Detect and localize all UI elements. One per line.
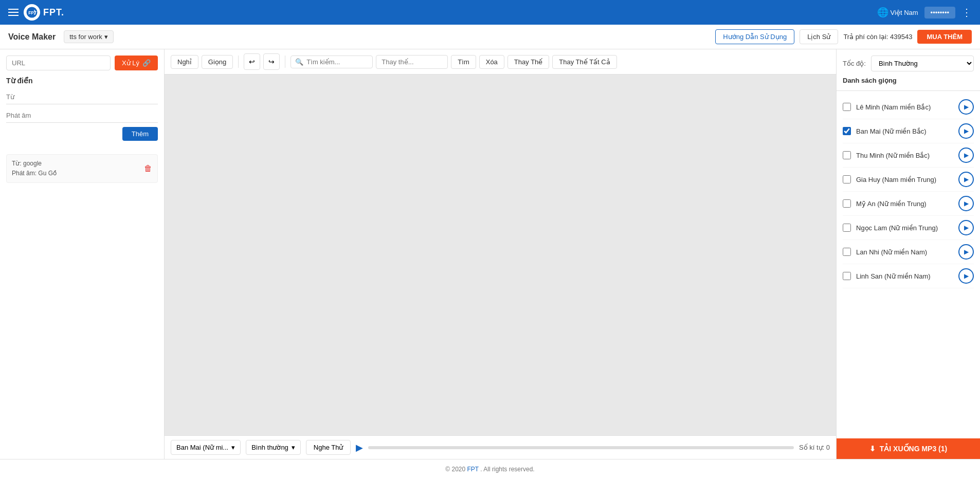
char-count: Số kí tự: 0 [799, 444, 830, 451]
nghi-button[interactable]: Nghỉ [171, 55, 198, 69]
xoa-button[interactable]: Xóa [479, 55, 504, 69]
footer: © 2020 FPT . All rights reserved. [0, 459, 980, 479]
redo-icon: ↪ [268, 58, 275, 66]
voice-checkbox[interactable] [843, 103, 851, 111]
text-area[interactable] [165, 75, 836, 435]
play-voice-button[interactable]: ▶ [958, 220, 974, 235]
thay-the-tat-ca-button[interactable]: Thay Thế Tất Cả [552, 55, 616, 69]
play-voice-button[interactable]: ▶ [958, 244, 974, 260]
speed-label: Bình thường [251, 444, 288, 451]
header: FPT FPT. 🌐 Việt Nam •••••••• ⋮ [0, 0, 980, 25]
logo-text: FPT. [43, 7, 64, 18]
voice-item: Ngọc Lam (Nữ miền Trung)▶ [843, 216, 974, 240]
url-row: Xử Lý 🔗 [6, 56, 158, 70]
search-input[interactable] [306, 58, 368, 66]
char-count-label: Số kí tự: [799, 444, 824, 451]
user-button[interactable]: •••••••• [924, 7, 955, 19]
voice-item: Linh San (Nữ miền Nam)▶ [843, 264, 974, 288]
progress-bar [368, 446, 793, 449]
chevron-down-icon: ▾ [104, 33, 108, 41]
play-voice-button[interactable]: ▶ [958, 148, 974, 163]
download-icon: ⬇ [869, 445, 876, 453]
sub-header: Voice Maker tts for work ▾ Hướng Dẫn Sử … [0, 25, 980, 49]
voice-list: Lê Minh (Nam miền Bắc)▶Ban Mai (Nữ miền … [837, 91, 980, 438]
search-container: 🔍 [291, 56, 373, 68]
play-voice-button[interactable]: ▶ [958, 196, 974, 211]
play-icon[interactable]: ▶ [356, 442, 363, 453]
voice-name: Linh San (Nữ miền Nam) [856, 272, 953, 280]
play-voice-button[interactable]: ▶ [958, 172, 974, 187]
voice-item: Lê Minh (Nam miền Bắc)▶ [843, 95, 974, 119]
voice-name: Ban Mai (Nữ miền Bắc) [856, 127, 953, 135]
replace-input[interactable] [376, 55, 448, 69]
left-sidebar: Xử Lý 🔗 Từ điển Thêm Từ: google Phát âm:… [0, 49, 165, 459]
voice-name: Thu Minh (Nữ miền Bắc) [856, 152, 953, 159]
play-voice-button[interactable]: ▶ [958, 268, 974, 284]
delete-button[interactable]: 🗑 [144, 164, 152, 173]
phat-am-input[interactable] [6, 108, 158, 123]
logo-icon: FPT [24, 4, 40, 21]
thay-the-button[interactable]: Thay Thế [507, 55, 549, 69]
toc-do-select[interactable]: Bình Thường Chậm Nhanh [871, 56, 974, 71]
danh-sach-label: Danh sách giọng [843, 77, 897, 84]
voice-name: Gia Huy (Nam miền Trung) [856, 176, 953, 183]
more-icon[interactable]: ⋮ [961, 6, 972, 19]
divider-1 [238, 56, 239, 68]
app-title: Voice Maker [8, 32, 56, 42]
nghe-thu-label: Nghe Thử [314, 444, 343, 451]
voice-name: Lan Nhi (Nữ miền Nam) [856, 248, 953, 256]
xu-ly-button[interactable]: Xử Lý 🔗 [115, 56, 158, 70]
redo-button[interactable]: ↪ [263, 53, 280, 70]
voice-name: Mỹ An (Nữ miền Trung) [856, 200, 953, 208]
voice-item: Thu Minh (Nữ miền Bắc)▶ [843, 143, 974, 168]
voice-checkbox[interactable] [843, 127, 851, 135]
speed-select[interactable]: Bình thường ▾ [246, 440, 301, 455]
chevron-down-icon: ▾ [292, 444, 295, 451]
giong-button[interactable]: Giọng [202, 55, 233, 69]
mua-them-button[interactable]: MUA THÊM [917, 30, 972, 44]
voice-checkbox[interactable] [843, 151, 851, 159]
dict-tu: Từ: google [12, 159, 57, 169]
right-sidebar: Tốc độ: Bình Thường Chậm Nhanh Danh sách… [836, 49, 980, 459]
url-input[interactable] [6, 56, 111, 70]
footer-text: © 2020 [445, 466, 465, 473]
footer-link[interactable]: FPT [467, 466, 479, 473]
huong-dan-button[interactable]: Hướng Dẫn Sử Dụng [715, 29, 794, 44]
tra-phi-label: Trả phí còn lại: 439543 [843, 33, 912, 41]
bottom-bar: Ban Mai (Nữ mi... ▾ Bình thường ▾ Nghe T… [165, 435, 836, 459]
workspace-dropdown[interactable]: tts for work ▾ [64, 30, 114, 43]
undo-button[interactable]: ↩ [244, 53, 260, 70]
voice-select[interactable]: Ban Mai (Nữ mi... ▾ [171, 440, 241, 455]
voice-item: Gia Huy (Nam miền Trung)▶ [843, 168, 974, 192]
main-content: Xử Lý 🔗 Từ điển Thêm Từ: google Phát âm:… [0, 49, 980, 459]
voice-name: Ngọc Lam (Nữ miền Trung) [856, 224, 953, 232]
country-label: Việt Nam [891, 9, 918, 16]
hamburger-icon[interactable] [8, 9, 19, 16]
voice-checkbox[interactable] [843, 199, 851, 208]
voice-item: Mỹ An (Nữ miền Trung)▶ [843, 192, 974, 216]
dict-entry-text: Từ: google Phát âm: Gu Gồ [12, 159, 57, 178]
voice-item: Lan Nhi (Nữ miền Nam)▶ [843, 240, 974, 264]
voice-checkbox[interactable] [843, 248, 851, 256]
header-right: 🌐 Việt Nam •••••••• ⋮ [877, 6, 972, 19]
lich-su-button[interactable]: Lịch Sử [800, 29, 838, 44]
toc-do-label: Tốc độ: [843, 60, 866, 67]
them-button[interactable]: Thêm [122, 127, 158, 141]
country-button[interactable]: 🌐 Việt Nam [877, 7, 918, 18]
tai-xuong-button[interactable]: ⬇ TẢI XUỐNG MP3 (1) [837, 438, 980, 459]
tai-xuong-label: TẢI XUỐNG MP3 (1) [880, 445, 947, 453]
tu-input[interactable] [6, 90, 158, 104]
voice-checkbox[interactable] [843, 224, 851, 232]
nghe-thu-button[interactable]: Nghe Thử [306, 440, 351, 455]
section-title: Từ điển [6, 77, 158, 85]
dict-phat-am: Phát âm: Gu Gồ [12, 169, 57, 178]
char-count-value: 0 [826, 444, 830, 451]
tim-button[interactable]: Tìm [451, 55, 476, 69]
search-icon: 🔍 [295, 58, 303, 66]
play-voice-button[interactable]: ▶ [958, 123, 974, 139]
xu-ly-label: Xử Lý [122, 59, 139, 67]
play-voice-button[interactable]: ▶ [958, 99, 974, 115]
voice-checkbox[interactable] [843, 272, 851, 280]
right-top: Tốc độ: Bình Thường Chậm Nhanh Danh sách… [837, 49, 980, 91]
voice-checkbox[interactable] [843, 175, 851, 183]
